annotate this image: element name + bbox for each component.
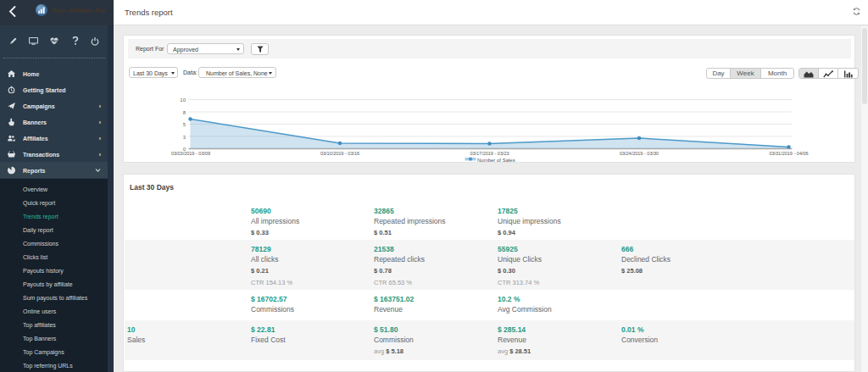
svg-text:10: 10 — [180, 97, 186, 103]
svg-text:5: 5 — [183, 122, 186, 127]
svg-text:03/24/2019 - 03/30: 03/24/2019 - 03/30 — [620, 151, 659, 156]
svg-text:03/03/2019 - 03/09: 03/03/2019 - 03/09 — [171, 151, 210, 156]
svg-text:03/31/2019 - 04/06: 03/31/2019 - 04/06 — [769, 151, 808, 156]
svg-text:3: 3 — [183, 135, 186, 140]
svg-text:03/17/2019 - 03/23: 03/17/2019 - 03/23 — [470, 151, 509, 156]
svg-text:Number of Sales: Number of Sales — [477, 158, 515, 163]
svg-text:8: 8 — [183, 110, 186, 115]
svg-text:03/10/2019 - 03/16: 03/10/2019 - 03/16 — [320, 151, 359, 156]
